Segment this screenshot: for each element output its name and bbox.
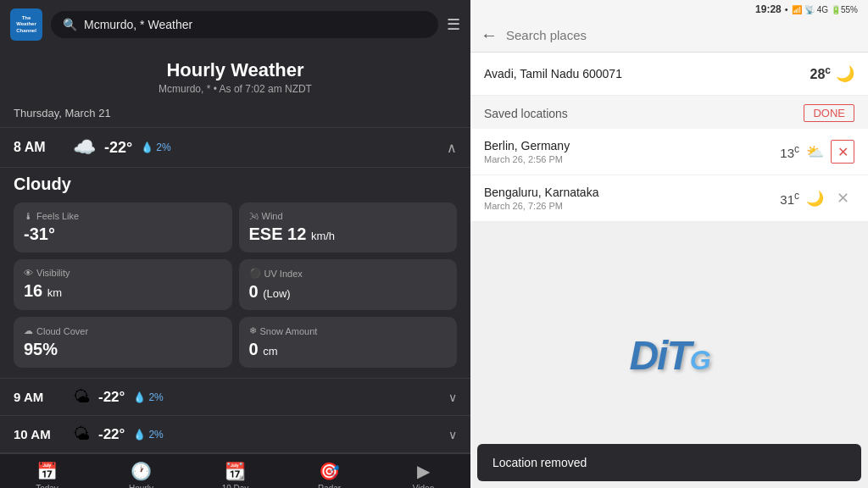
snow-label: ❄ Snow Amount [249,325,448,336]
status-icons: 📶 📡 4G 🔋55% [792,5,858,14]
hour-row-8am[interactable]: 8 AM ☁️ -22° 💧 2% ∧ [0,128,470,168]
wind-icon: 🌬 [249,211,259,221]
cloud-icon: ☁ [24,325,33,336]
weather-icon: 🌤 [73,387,90,407]
status-bar: 19:28 • 📶 📡 4G 🔋55% [470,0,868,19]
search-text: Mcmurdo, * Weather [84,18,192,31]
right-panel: 19:28 • 📶 📡 4G 🔋55% ← Avadi, Tamil Nadu … [470,0,868,488]
left-panel: The Weather Channel 🔍 Mcmurdo, * Weather… [0,0,470,488]
expanded-details: Cloudy 🌡 Feels Like -31° 🌬 Wind ESE 12 k… [0,168,470,379]
drop-icon: 💧 [133,391,146,403]
hour-time: 9 AM [14,390,64,404]
location-item-berlin[interactable]: Berlin, Germany March 26, 2:56 PM 13c ⛅ … [470,129,868,175]
feels-like-value: -31° [24,225,222,244]
hour-time: 8 AM [14,140,64,155]
nav-10day-label: 10 Day [222,484,249,488]
menu-icon[interactable]: ☰ [447,15,460,34]
nav-10day[interactable]: 📆 10 Day [188,454,282,488]
top-bar: The Weather Channel 🔍 Mcmurdo, * Weather… [0,0,470,49]
location-temp: 13c [780,143,799,160]
visibility-label: 👁 Visibility [24,268,222,278]
location-name: Avadi, Tamil Nadu 600071 [484,67,622,80]
location-date: March 26, 2:56 PM [484,154,570,164]
tenday-icon: 📆 [225,461,246,481]
today-icon: 📅 [36,461,58,481]
weather-icon: ⛅ [806,143,824,161]
done-button[interactable]: DONE [804,104,854,122]
location-name: Bengaluru, Karnataka [484,186,598,199]
uv-label: ⚫ UV Index [249,268,448,279]
drop-icon: 💧 [133,429,146,441]
radar-icon: 🎯 [319,461,340,481]
moon-icon: 🌙 [836,64,854,83]
nav-video[interactable]: ▶ Video [376,454,470,488]
wind-label: 🌬 Wind [249,211,448,221]
status-dot: • [785,4,788,14]
nav-hourly[interactable]: 🕐 Hourly [94,454,188,488]
weather-title: Hourly Weather Mcmurdo, * • As of 7:02 a… [0,49,470,98]
chevron-down-icon: ∨ [448,428,457,441]
snow-amount-card: ❄ Snow Amount 0 cm [239,317,458,368]
search-input[interactable] [506,28,858,42]
drop-icon: 💧 [141,141,153,153]
location-temp: 28c [810,64,831,82]
feels-like-label: 🌡 Feels Like [24,211,222,221]
moon-icon: 🌙 [806,190,824,208]
snackbar: Location removed [477,444,861,481]
page-title: Hourly Weather [14,59,457,81]
feels-like-card: 🌡 Feels Like -31° [14,202,232,252]
nav-video-label: Video [413,484,434,488]
visibility-value: 16 km [24,281,222,301]
uv-value: 0 (Low) [249,282,448,302]
precipitation: 💧 2% [133,429,163,441]
location-name: Berlin, Germany [484,139,570,152]
search-icon: 🔍 [63,18,77,31]
details-grid: 🌡 Feels Like -31° 🌬 Wind ESE 12 km/h [14,202,457,368]
date-label: Thursday, March 21 [14,107,111,119]
delete-location-button[interactable]: ✕ [831,140,854,164]
snackbar-text: Location removed [492,456,587,469]
hour-row-9am[interactable]: 9 AM 🌤 -22° 💧 2% ∨ [0,379,470,416]
search-header: ← [470,19,868,53]
snow-icon: ❄ [249,325,257,336]
snow-value: 0 cm [249,340,448,359]
weather-icon: 🌤 [73,424,90,444]
saved-locations-label: Saved locations [484,107,568,120]
nav-radar-label: Radar [318,484,341,488]
hour-time: 10 AM [14,427,64,441]
cloud-label: ☁ Cloud Cover [24,325,222,336]
data-icon: 4G [817,5,828,14]
location-temp: 31c [780,190,799,207]
uv-index-card: ⚫ UV Index 0 (Low) [239,259,458,310]
status-time: 19:28 [755,3,782,15]
bottom-nav: 📅 Today 🕐 Hourly 📆 10 Day 🎯 Radar ▶ Vide… [0,453,470,488]
precipitation: 💧 2% [133,391,163,403]
hourly-icon: 🕐 [131,461,152,481]
delete-location-button[interactable]: ✕ [831,186,854,210]
battery-icon: 🔋55% [831,5,858,14]
eye-icon: 👁 [24,268,33,278]
nav-radar[interactable]: 🎯 Radar [282,454,376,488]
thermometer-icon: 🌡 [24,211,33,221]
back-button[interactable]: ← [481,25,498,45]
date-bar: Thursday, March 21 [0,98,470,128]
app-logo: The Weather Channel [10,8,42,41]
condition-label: Cloudy [14,175,457,194]
location-item-bengaluru[interactable]: Bengaluru, Karnataka March 26, 7:26 PM 3… [470,175,868,222]
nav-today[interactable]: 📅 Today [0,454,94,488]
cloud-cover-card: ☁ Cloud Cover 95% [14,317,232,368]
uv-icon: ⚫ [249,268,261,279]
temperature: -22° [98,389,125,406]
weather-icon: ☁️ [73,136,96,158]
temperature: -22° [98,426,125,443]
search-bar[interactable]: 🔍 Mcmurdo, * Weather [51,11,438,38]
saved-locations-header: Saved locations DONE [470,96,868,129]
cloud-value: 95% [24,340,222,359]
hour-row-10am[interactable]: 10 AM 🌤 -22° 💧 2% ∨ [0,416,470,453]
top-location-item[interactable]: Avadi, Tamil Nadu 600071 28c 🌙 [470,53,868,96]
visibility-card: 👁 Visibility 16 km [14,259,232,310]
wind-card: 🌬 Wind ESE 12 km/h [239,202,458,252]
nav-today-label: Today [36,484,58,488]
temperature: -22° [104,139,132,157]
signal-icon: 📶 [792,5,802,14]
